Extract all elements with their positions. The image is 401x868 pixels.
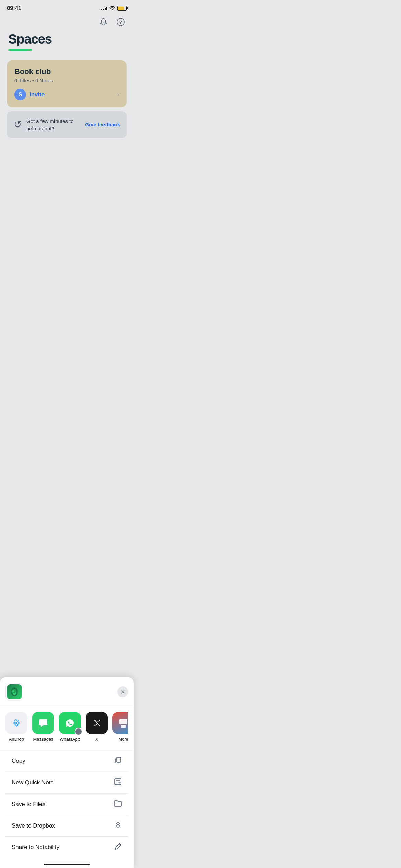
svg-text:?: ? (119, 20, 122, 25)
status-bar: 09:41 (0, 0, 134, 14)
feedback-card: ↺ Got a few minutes to help us out? Give… (7, 111, 127, 138)
header-icons: ? (0, 14, 134, 32)
feedback-text: Got a few minutes to help us out? (26, 118, 80, 132)
page-title-section: Spaces (0, 32, 134, 58)
avatar: S (14, 89, 26, 100)
notification-button[interactable] (97, 16, 110, 28)
invite-label: Invite (29, 91, 45, 98)
help-button[interactable]: ? (114, 16, 127, 28)
status-time: 09:41 (7, 5, 21, 12)
book-club-meta: 0 Titles • 0 Notes (14, 77, 119, 83)
chevron-right-icon: › (117, 91, 119, 98)
battery-icon (117, 6, 127, 11)
give-feedback-link[interactable]: Give feedback (85, 122, 120, 128)
page-title: Spaces (8, 32, 125, 47)
signal-icon (101, 6, 107, 10)
refresh-icon: ↺ (14, 119, 22, 130)
title-underline (8, 49, 32, 51)
book-club-title: Book club (14, 67, 119, 76)
status-icons (101, 5, 127, 11)
book-club-card[interactable]: Book club 0 Titles • 0 Notes S Invite › (7, 60, 127, 107)
wifi-icon (109, 5, 115, 11)
invite-row[interactable]: S Invite › (14, 89, 119, 100)
